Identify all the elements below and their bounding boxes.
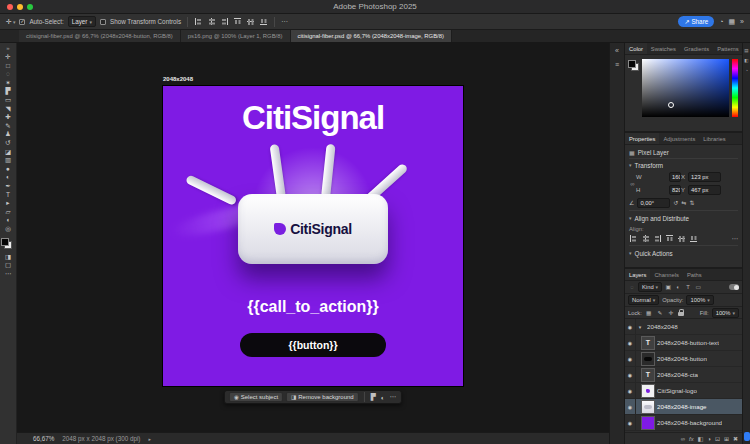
dock-panel-icon[interactable]: ◧ <box>744 58 748 63</box>
lock-all-icon[interactable] <box>678 312 684 316</box>
align-left-button[interactable] <box>194 17 203 26</box>
layer-visibility-toggle[interactable]: ◉ <box>625 399 636 414</box>
link-layers-icon[interactable]: ∞ <box>681 436 685 442</box>
width-field[interactable]: 1600 px <box>669 172 681 182</box>
show-transform-checkbox[interactable] <box>100 19 106 25</box>
zoom-level[interactable]: 66,67% <box>33 435 54 442</box>
layer-row[interactable]: ◉ ▾ T 2048x2048-button-text <box>625 335 742 351</box>
chevron-right-icon[interactable]: » <box>740 18 744 25</box>
expand-panels-icon[interactable]: « <box>615 47 619 54</box>
zoom-tool[interactable]: ◎ <box>2 225 15 234</box>
lock-position-icon[interactable]: ✛ <box>667 310 675 316</box>
path-select-tool[interactable]: ▸ <box>2 199 15 208</box>
minimize-window-button[interactable] <box>17 4 23 10</box>
distribute-options-icon[interactable]: ⋯ <box>281 18 288 26</box>
hand-tool[interactable]: ◖ <box>2 216 15 225</box>
layer-row[interactable]: ◉ ▾ 2048x2048-background <box>625 415 742 431</box>
foreground-color-chip[interactable] <box>2 239 8 245</box>
panel-tab[interactable]: Channels <box>650 269 683 280</box>
adjustments-icon[interactable]: ◐ <box>380 394 386 401</box>
layer-visibility-toggle[interactable]: ◉ <box>625 335 636 350</box>
filter-pixel-icon[interactable]: ▣ <box>664 284 672 290</box>
panel-tab[interactable]: Properties <box>625 133 659 144</box>
marquee-tool[interactable]: □ <box>2 62 15 71</box>
layer-visibility-toggle[interactable]: ◉ <box>625 351 636 366</box>
layer-row[interactable]: ◉ ▾ 2048x2048 <box>625 319 742 335</box>
quick-mask-button[interactable]: ◨ <box>2 252 15 261</box>
toolbar-collapse-icon[interactable]: » <box>6 45 9 51</box>
quick-actions-header[interactable]: ▾ Quick Actions <box>629 247 738 259</box>
panel-tab[interactable]: Patterns <box>713 43 742 54</box>
dodge-tool[interactable]: ◐ <box>2 173 15 182</box>
document-tab[interactable]: citisignal-fiber.psd @ 66,7% (2048x2048-… <box>19 30 181 42</box>
move-tool[interactable]: ✛ <box>2 53 15 62</box>
align-section-header[interactable]: ▾ Align and Distribute <box>629 212 738 224</box>
gradient-tool[interactable]: ▥ <box>2 156 15 165</box>
lasso-tool[interactable]: ◌ <box>2 70 15 79</box>
maximize-window-button[interactable] <box>27 4 33 10</box>
delete-layer-icon[interactable]: ✖ <box>733 435 738 442</box>
blend-mode-dropdown[interactable]: Normal▾ <box>628 295 659 305</box>
filter-type-icon[interactable]: T <box>684 284 692 290</box>
layer-visibility-toggle[interactable]: ◉ <box>625 319 636 334</box>
document-tab[interactable]: citisignal-fiber.psd @ 66,7% (2048x2048-… <box>291 30 452 42</box>
clone-stamp-tool[interactable]: ♟ <box>2 130 15 139</box>
layer-row[interactable]: ◉ ▾ 2048x2048-button <box>625 351 742 367</box>
dock-panel-icon[interactable]: ▤ <box>744 48 748 53</box>
layer-row[interactable]: ◉ ▾ T 2048x2048-cta <box>625 367 742 383</box>
select-subject-button[interactable]: ◉Select subject <box>229 392 283 402</box>
eyedropper-tool[interactable]: ◥ <box>2 105 15 114</box>
new-layer-icon[interactable]: ⊞ <box>724 435 729 442</box>
rotate-ccw-icon[interactable]: ↺ <box>673 199 678 206</box>
align-center-horizontal-button[interactable] <box>207 17 216 26</box>
document-tab[interactable]: ps16.png @ 100% (Layer 1, RGB/8) <box>181 30 291 42</box>
group-expander-icon[interactable]: ▾ <box>636 324 644 330</box>
filter-adjustment-icon[interactable]: ◐ <box>674 284 682 290</box>
align-right-button[interactable] <box>653 234 662 243</box>
align-middle-button[interactable] <box>246 17 255 26</box>
layer-mask-icon[interactable]: ◧ <box>698 435 704 442</box>
current-tool-icon[interactable]: ✛▾ <box>6 18 15 26</box>
layer-visibility-toggle[interactable]: ◉ <box>625 383 636 398</box>
layer-row[interactable]: ◉ ▾ CitiSignal-logo <box>625 383 742 399</box>
frame-tool[interactable]: ▭ <box>2 96 15 105</box>
align-left-button[interactable] <box>629 234 638 243</box>
hue-slider[interactable] <box>732 59 738 117</box>
notifications-bell-icon[interactable]: ◔ <box>719 18 723 25</box>
flip-vertical-icon[interactable]: ⇅ <box>689 199 694 206</box>
panel-tab[interactable]: Paths <box>683 269 706 280</box>
dock-panel-icon[interactable]: ◔ <box>745 68 748 73</box>
shape-tool[interactable]: ▱ <box>2 208 15 217</box>
notification-badge[interactable] <box>744 432 750 441</box>
toolbar-more-icon[interactable]: ⋯ <box>2 270 15 279</box>
auto-select-target-dropdown[interactable]: Layer▾ <box>68 16 96 27</box>
pen-tool[interactable]: ✒ <box>2 182 15 191</box>
blur-tool[interactable]: ● <box>2 165 15 174</box>
brush-tool[interactable]: ✎ <box>2 122 15 131</box>
flip-horizontal-icon[interactable]: ⇆ <box>681 199 686 206</box>
align-top-button[interactable] <box>665 234 674 243</box>
align-more-icon[interactable]: ⋯ <box>732 235 739 243</box>
crop-tool[interactable]: ▛ <box>2 87 15 96</box>
align-bottom-button[interactable] <box>689 234 698 243</box>
align-center-horizontal-button[interactable] <box>641 234 650 243</box>
align-bottom-button[interactable] <box>259 17 268 26</box>
remove-background-button[interactable]: ◨Remove background <box>286 392 359 402</box>
height-field[interactable]: 820 px <box>669 185 681 195</box>
angle-field[interactable]: 0,00° <box>637 198 670 208</box>
type-tool[interactable]: T <box>2 191 15 200</box>
transform-section-header[interactable]: ▾ Transform <box>629 159 738 171</box>
auto-select-checkbox[interactable] <box>19 19 25 25</box>
filter-kind-dropdown[interactable]: Kind▾ <box>638 282 662 292</box>
lock-pixels-icon[interactable]: ✎ <box>656 310 664 316</box>
adjustment-layer-icon[interactable]: ◑ <box>707 436 711 442</box>
align-middle-button[interactable] <box>677 234 686 243</box>
y-field[interactable]: 467 px <box>688 185 721 195</box>
artwork-image[interactable]: CitiSignal CitiSignal {{call_to_act <box>163 86 463 386</box>
more-options-icon[interactable]: ⋯ <box>389 393 398 401</box>
new-group-icon[interactable]: ⊡ <box>715 435 720 442</box>
layer-row[interactable]: ◉ ▾ 2048x2048-image <box>625 399 742 415</box>
filter-toggle[interactable] <box>729 284 739 290</box>
panel-tab[interactable]: Swatches <box>647 43 680 54</box>
canvas-area[interactable]: 2048x2048 CitiSignal CitiSignal <box>17 43 609 432</box>
